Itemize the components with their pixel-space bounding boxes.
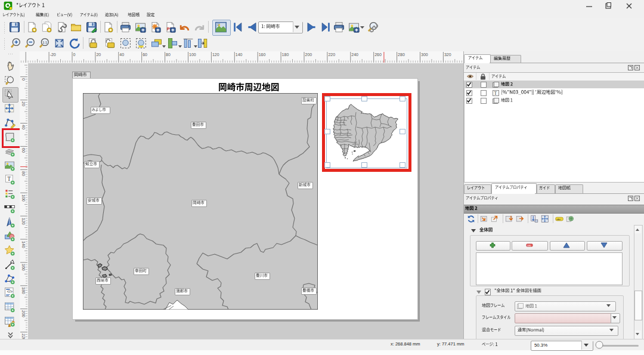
svg-text:</>: </>	[7, 289, 13, 294]
svg-text:T: T	[494, 91, 497, 96]
svg-text:DEL: DEL	[527, 244, 531, 246]
svg-text:1:1: 1:1	[42, 40, 47, 44]
svg-text:T: T	[7, 176, 11, 182]
svg-text:abc: abc	[556, 217, 561, 220]
